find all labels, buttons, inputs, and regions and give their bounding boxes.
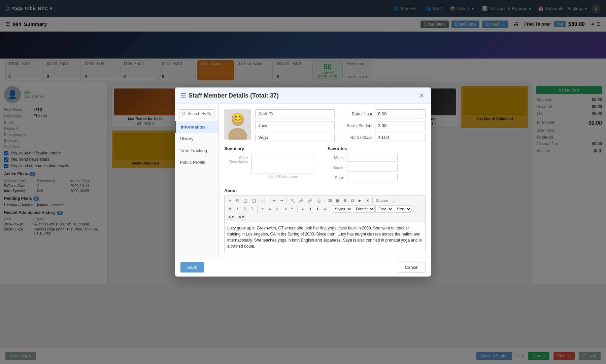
modal-nav-history[interactable]: History bbox=[175, 133, 218, 145]
toolbar-sep-2 bbox=[287, 197, 287, 204]
toolbar-sep-5 bbox=[257, 206, 258, 212]
toolbar-sep-3 bbox=[325, 197, 325, 204]
toolbar-sep-8 bbox=[413, 206, 413, 212]
editor-toolbar: ✂ ⎘ 📋 📋 📄 ↩ ↪ 🔧 🔗 bbox=[224, 195, 426, 222]
modal-close-button[interactable]: ✕ bbox=[417, 92, 426, 100]
toolbar-ordered-list[interactable]: ≡ bbox=[259, 205, 266, 213]
toolbar-cut[interactable]: ✂ bbox=[227, 197, 233, 204]
toolbar-italic[interactable]: I bbox=[234, 205, 241, 213]
staff-photo: 😊 bbox=[224, 109, 251, 140]
fav-books-label: Books bbox=[328, 166, 344, 170]
toolbar-blockquote[interactable]: ❝ bbox=[289, 205, 296, 213]
toolbar-media[interactable]: ▶ bbox=[357, 197, 363, 204]
modal-title: ☰ Staff Member Details (Total: 37) bbox=[180, 92, 279, 99]
rate-student-label: Rate / Student bbox=[339, 123, 372, 128]
rate-student-group: Rate / Student bbox=[339, 121, 426, 130]
fav-sport-row: Sport bbox=[328, 174, 426, 182]
toolbar-source[interactable]: Source bbox=[374, 197, 390, 204]
fav-books-input[interactable] bbox=[347, 164, 398, 172]
last-name-input[interactable] bbox=[255, 133, 335, 142]
rate-class-label: Rate / Class bbox=[339, 135, 372, 140]
staff-avatar: 😊 bbox=[224, 109, 251, 140]
toolbar-row-1: ✂ ⎘ 📋 📋 📄 ↩ ↪ 🔧 🔗 bbox=[227, 197, 423, 204]
short-desc-hint: Up to 70 characters bbox=[251, 175, 315, 179]
toolbar-align-right[interactable]: ⬇ bbox=[314, 205, 321, 213]
toolbar-sep-7 bbox=[330, 206, 330, 212]
toolbar-redo[interactable]: ↪ bbox=[278, 197, 285, 204]
staff-id-input[interactable] bbox=[255, 109, 335, 118]
rate-student-input[interactable] bbox=[375, 121, 426, 130]
toolbar-unordered-list[interactable]: ≣ bbox=[267, 205, 273, 213]
modal-search bbox=[175, 107, 218, 121]
toolbar-image[interactable]: 🖼 bbox=[327, 197, 334, 204]
size-select[interactable]: Size bbox=[394, 205, 411, 213]
modal-nav-time-tracking[interactable]: Time Tracking bbox=[175, 145, 218, 156]
rate-class-input[interactable] bbox=[375, 133, 426, 142]
toolbar-align-left[interactable]: ⬅ bbox=[299, 205, 306, 213]
staff-member-modal: ☰ Staff Member Details (Total: 37) ✕ Inf… bbox=[175, 87, 431, 277]
toolbar-row-2: B I S T ≡ ≣ ⇤ ⇥ ❝ ⬅ bbox=[227, 205, 423, 221]
staff-id-group bbox=[255, 109, 335, 118]
toolbar-undo[interactable]: ↩ bbox=[271, 197, 277, 204]
search-input[interactable] bbox=[179, 109, 214, 118]
toolbar-bold[interactable]: B bbox=[227, 205, 233, 213]
fav-music-input[interactable] bbox=[347, 154, 398, 162]
short-desc-textarea[interactable] bbox=[251, 154, 315, 174]
summary-content: Short Description Up to 70 characters bbox=[224, 154, 322, 179]
toolbar-unlink[interactable]: 🔗 bbox=[306, 197, 314, 204]
toolbar-sep-1 bbox=[269, 197, 269, 204]
short-desc-label: Short Description bbox=[224, 154, 248, 164]
toolbar-copy[interactable]: ⎘ bbox=[234, 197, 241, 204]
editor-body[interactable]: Lucy grew up in Greenwich, CT where she … bbox=[224, 222, 426, 252]
fav-sport-input[interactable] bbox=[347, 174, 398, 182]
font-select[interactable]: Font bbox=[375, 205, 393, 213]
modal-sidebar: Information History Time Tracking Public… bbox=[175, 104, 219, 258]
modal-body: Information History Time Tracking Public… bbox=[175, 104, 431, 258]
toolbar-text-color[interactable]: A▼ bbox=[227, 213, 236, 221]
toolbar-bg-color[interactable]: A▼ bbox=[237, 213, 247, 221]
modal-title-text: Staff Member Details (Total: 37) bbox=[189, 92, 279, 99]
summary-section: Summary Short Description Up to 70 chara… bbox=[224, 146, 322, 184]
short-desc-container: Up to 70 characters bbox=[251, 154, 315, 179]
toolbar-find[interactable]: 🔧 bbox=[289, 197, 297, 204]
toolbar-anchor[interactable]: ⚓ bbox=[315, 197, 323, 204]
rate-hour-input[interactable] bbox=[375, 109, 426, 118]
format-select[interactable]: Format bbox=[353, 205, 375, 213]
app-container: ⬡ Yoga Tribe, NYC ▾ 👤 Students 👥 Staff 📦… bbox=[0, 0, 606, 364]
modal-nav-information[interactable]: Information bbox=[175, 121, 218, 133]
save-button[interactable]: Save bbox=[180, 262, 204, 272]
toolbar-align-justify[interactable]: ➡ bbox=[322, 205, 328, 213]
modal-nav-public-profile[interactable]: Public Profile bbox=[175, 156, 218, 168]
toolbar-sep-6 bbox=[297, 206, 298, 212]
toolbar-align-center[interactable]: ⬆ bbox=[307, 205, 313, 213]
about-title: About bbox=[224, 188, 426, 193]
favorites-section: Favorites Music Books Sport bbox=[328, 146, 426, 184]
summary-title: Summary bbox=[224, 146, 322, 151]
modal-footer: Save Cancel bbox=[175, 258, 431, 277]
rate-hour-group: Rate / Hour bbox=[339, 109, 426, 118]
toolbar-link[interactable]: 🔗 bbox=[297, 197, 305, 204]
toolbar-strikethrough[interactable]: S bbox=[241, 205, 248, 213]
modal-content: 😊 bbox=[219, 104, 431, 258]
toolbar-page-break[interactable]: ✕ bbox=[364, 197, 371, 204]
toolbar-indent[interactable]: ⇥ bbox=[281, 205, 288, 213]
toolbar-special-char[interactable]: Ω bbox=[349, 197, 356, 204]
toolbar-paste[interactable]: 📋 bbox=[241, 197, 249, 204]
toolbar-show-blocks[interactable]: 📄 bbox=[390, 197, 398, 204]
favorites-title: Favorites bbox=[328, 146, 426, 151]
fav-music-label: Music bbox=[328, 155, 344, 160]
toolbar-sep-4 bbox=[372, 197, 373, 204]
staff-info-row: 😊 bbox=[224, 109, 426, 142]
first-name-input[interactable] bbox=[255, 121, 335, 130]
modal-header: ☰ Staff Member Details (Total: 37) ✕ bbox=[175, 87, 431, 104]
toolbar-paste-plain[interactable]: 📋 bbox=[250, 197, 258, 204]
rate-class-group: Rate / Class bbox=[339, 133, 426, 142]
toolbar-paste-word[interactable]: 📄 bbox=[259, 197, 267, 204]
toolbar-outdent[interactable]: ⇤ bbox=[274, 205, 281, 213]
toolbar-subscript[interactable]: T bbox=[249, 205, 256, 213]
styles-select[interactable]: Styles bbox=[332, 205, 352, 213]
toolbar-table[interactable]: ▦ bbox=[334, 197, 341, 204]
cancel-button[interactable]: Cancel bbox=[398, 262, 426, 272]
toolbar-hline[interactable]: ☰ bbox=[342, 197, 348, 204]
first-name-group bbox=[255, 121, 335, 130]
